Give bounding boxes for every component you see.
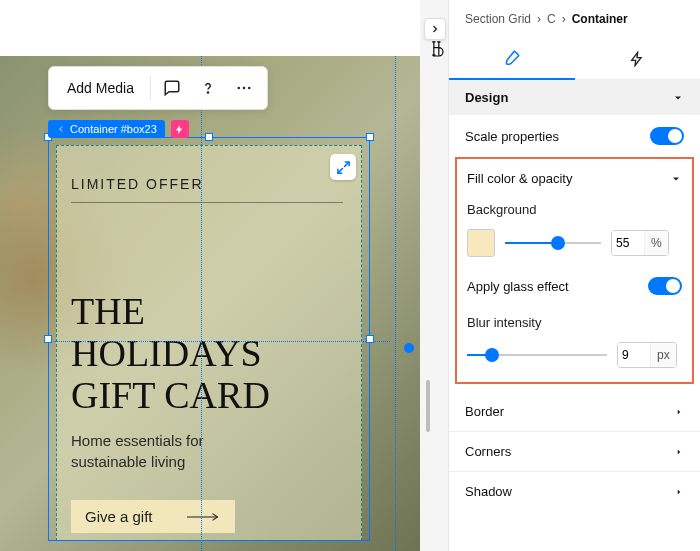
breadcrumb: Section Grid › C › Container xyxy=(449,0,700,38)
blur-label: Blur intensity xyxy=(467,309,682,336)
tab-interactions[interactable] xyxy=(575,38,701,80)
background-controls: % xyxy=(467,229,682,257)
brush-icon xyxy=(503,49,521,67)
lightning-icon[interactable] xyxy=(171,120,189,138)
floating-toolbar: Add Media xyxy=(48,66,268,110)
color-swatch[interactable] xyxy=(467,229,495,257)
help-icon[interactable] xyxy=(193,73,223,103)
breadcrumb-item[interactable]: Section Grid xyxy=(465,12,531,26)
chevron-right-icon xyxy=(674,447,684,457)
chevron-down-icon xyxy=(670,173,682,185)
expand-icon[interactable] xyxy=(330,154,356,180)
chevron-right-icon xyxy=(674,407,684,417)
selection-label: Container #box23 xyxy=(70,123,157,135)
fill-opacity-group: Fill color & opacity Background % Apply … xyxy=(455,157,694,384)
glass-label: Apply glass effect xyxy=(467,279,569,294)
panel-tabs xyxy=(449,38,700,80)
corners-row[interactable]: Corners xyxy=(449,431,700,471)
resize-handle[interactable] xyxy=(366,133,374,141)
opacity-slider[interactable] xyxy=(505,234,601,252)
selection-badge[interactable]: Container #box23 xyxy=(48,120,165,138)
background-label: Background xyxy=(467,196,682,223)
blur-slider[interactable] xyxy=(467,346,607,364)
guide-vertical xyxy=(395,56,396,551)
tab-design[interactable] xyxy=(449,38,575,80)
fill-opacity-label: Fill color & opacity xyxy=(467,171,572,186)
toolbar-divider xyxy=(150,76,151,100)
design-section-header[interactable]: Design xyxy=(449,80,700,115)
svg-point-1 xyxy=(237,87,240,90)
breadcrumb-current: Container xyxy=(572,12,628,26)
chevron-right-icon xyxy=(674,487,684,497)
svg-point-3 xyxy=(248,87,251,90)
shadow-row[interactable]: Shadow xyxy=(449,471,700,511)
blur-unit: px xyxy=(650,343,676,367)
scrollbar[interactable] xyxy=(426,380,430,432)
comment-icon[interactable] xyxy=(157,73,187,103)
blur-input[interactable]: px xyxy=(617,342,677,368)
resize-handle[interactable] xyxy=(205,133,213,141)
canvas-topbar xyxy=(0,0,420,56)
svg-point-0 xyxy=(207,92,208,93)
scale-properties-row: Scale properties xyxy=(449,115,700,157)
inspector-panel: Section Grid › C › Container Design Scal… xyxy=(448,0,700,551)
breadcrumb-item[interactable]: C xyxy=(547,12,556,26)
scale-properties-label: Scale properties xyxy=(465,129,559,144)
chevron-right-icon: › xyxy=(562,12,566,26)
canvas-area: Add Media Container #box23 LIMITED OFFER… xyxy=(0,0,420,551)
glass-row: Apply glass effect xyxy=(467,257,682,301)
svg-point-2 xyxy=(243,87,246,90)
opacity-input[interactable]: % xyxy=(611,230,669,256)
blur-controls: px xyxy=(467,342,682,368)
fill-opacity-header[interactable]: Fill color & opacity xyxy=(467,167,682,196)
more-icon[interactable] xyxy=(229,73,259,103)
selection-tag: Container #box23 xyxy=(48,120,189,138)
opacity-unit: % xyxy=(644,231,668,255)
scale-properties-toggle[interactable] xyxy=(650,127,684,145)
lightning-icon xyxy=(629,51,645,67)
add-media-button[interactable]: Add Media xyxy=(57,74,144,102)
glass-toggle[interactable] xyxy=(648,277,682,295)
shadow-label: Shadow xyxy=(465,484,512,499)
border-row[interactable]: Border xyxy=(449,392,700,431)
cursor-icon xyxy=(428,40,448,67)
chevron-right-icon: › xyxy=(537,12,541,26)
resize-handle[interactable] xyxy=(44,335,52,343)
chevron-down-icon xyxy=(672,92,684,104)
edge-handle[interactable] xyxy=(404,343,414,353)
selection-box[interactable] xyxy=(48,137,370,541)
section-title: Design xyxy=(465,90,508,105)
corners-label: Corners xyxy=(465,444,511,459)
opacity-value-field[interactable] xyxy=(612,231,644,255)
collapse-panel-button[interactable] xyxy=(424,18,446,40)
resize-handle[interactable] xyxy=(366,335,374,343)
blur-value-field[interactable] xyxy=(618,343,650,367)
border-label: Border xyxy=(465,404,504,419)
